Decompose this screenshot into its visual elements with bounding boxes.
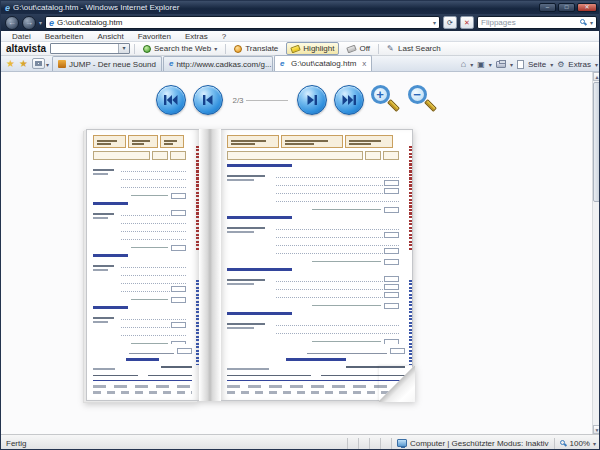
catalog-book[interactable]: [86, 129, 413, 401]
catalog-section: [93, 254, 186, 302]
scroll-down-icon[interactable]: ▼: [593, 425, 600, 434]
close-button[interactable]: ✕: [577, 3, 597, 12]
menu-favoriten[interactable]: Favoriten: [131, 32, 178, 41]
home-dropdown-icon[interactable]: ▾: [470, 61, 473, 68]
zoom-dropdown-icon[interactable]: ▾: [593, 440, 596, 447]
seite-menu[interactable]: Seite: [528, 60, 546, 69]
search-icon[interactable]: [580, 19, 587, 26]
catalog-column-header: [93, 151, 186, 160]
search-web-dropdown-icon[interactable]: ▾: [214, 45, 217, 52]
address-dropdown-icon[interactable]: ▾: [433, 19, 436, 26]
page-content: 2/3 + − ▲ ▼: [1, 72, 600, 434]
menu-bearbeiten[interactable]: Bearbeiten: [38, 32, 91, 41]
back-button[interactable]: ←: [5, 16, 19, 30]
previous-page-button[interactable]: [193, 85, 223, 115]
catalog-section: [93, 202, 186, 250]
zoom-out-button[interactable]: −: [408, 85, 438, 115]
zoom-in-button[interactable]: +: [371, 85, 401, 115]
add-favorite-icon[interactable]: ★: [17, 57, 30, 71]
page-indicator-text: 2/3: [232, 96, 243, 105]
highlight-off-button[interactable]: Off: [343, 43, 374, 54]
window-title: G:\out\catalog.htm - Windows Internet Ex…: [13, 3, 539, 12]
zoom-level-icon: [560, 440, 567, 447]
tab-cadkas[interactable]: e http://www.cadkas.com/g...: [163, 56, 273, 71]
page-icon: e: [49, 18, 54, 28]
catalog-section: [93, 164, 186, 198]
vertical-red-text: [409, 146, 412, 251]
forward-button[interactable]: →: [22, 16, 36, 30]
last-page-button[interactable]: [334, 85, 364, 115]
tab-jump[interactable]: JUMP - Der neue Sound: [52, 56, 162, 71]
tab-jump-favicon: [58, 60, 66, 68]
catalog-page-footer: [93, 346, 192, 397]
print-dropdown-icon[interactable]: ▾: [510, 61, 513, 68]
altavista-logo: altavista: [6, 43, 46, 54]
vertical-red-text: [196, 146, 199, 251]
search-input[interactable]: Flippages: [481, 18, 577, 27]
scrollbar-thumb[interactable]: [593, 82, 600, 202]
extras-gear-icon[interactable]: ⚙: [557, 60, 564, 69]
page-curl[interactable]: [379, 366, 415, 402]
search-the-web-button[interactable]: Search the Web ▾: [139, 43, 221, 54]
altavista-input-dropdown-icon[interactable]: ▾: [118, 44, 129, 53]
home-icon[interactable]: ⌂: [461, 59, 466, 69]
command-bar: ⌂▾ ▣▾ ▾ Seite▾ ⚙ Extras▾: [461, 59, 598, 71]
zoom-level-text: 100%: [570, 439, 590, 448]
catalog-left-page[interactable]: [86, 129, 199, 401]
altavista-search-input[interactable]: ▾: [50, 43, 130, 54]
title-bar: e G:\out\catalog.htm - Windows Internet …: [1, 1, 600, 14]
menu-datei[interactable]: Datei: [5, 32, 38, 41]
altavista-toolbar: altavista ▾ Search the Web ▾ Translate H…: [1, 42, 600, 56]
vertical-scrollbar[interactable]: ▲ ▼: [592, 72, 600, 434]
search-box[interactable]: Flippages ▾: [477, 16, 597, 29]
status-bar: Fertig Computer | Geschützter Modus: Ina…: [1, 434, 600, 450]
catalog-page-header: [227, 135, 399, 148]
catalog-section: [227, 164, 399, 212]
translate-button[interactable]: Translate: [230, 43, 282, 54]
catalog-right-page[interactable]: [221, 129, 413, 401]
scroll-up-icon[interactable]: ▲: [593, 72, 600, 81]
next-page-button[interactable]: [297, 85, 327, 115]
address-bar[interactable]: e G:\out\catalog.htm ▾: [45, 16, 440, 29]
catalog-section: [227, 268, 399, 308]
menu-hilfe[interactable]: ?: [215, 32, 233, 41]
extras-dropdown-icon[interactable]: ▾: [595, 61, 598, 68]
address-url[interactable]: G:\out\catalog.htm: [57, 18, 430, 27]
tab-close-icon[interactable]: x: [359, 59, 366, 68]
globe-icon: [143, 45, 151, 53]
quick-tabs-icon[interactable]: [32, 58, 45, 69]
tab-bar: ★ ★ ▾ JUMP - Der neue Sound e http://www…: [1, 56, 600, 72]
print-icon[interactable]: [496, 61, 506, 68]
last-search-button[interactable]: ✎ Last Search: [383, 43, 445, 54]
feeds-dropdown-icon[interactable]: ▾: [489, 61, 492, 68]
menu-extras[interactable]: Extras: [178, 32, 215, 41]
catalog-page-body: [93, 135, 192, 344]
highlighter-icon: [291, 44, 302, 53]
status-text: Fertig: [6, 439, 26, 448]
search-dropdown-icon[interactable]: ▾: [590, 19, 593, 26]
first-page-button[interactable]: [156, 85, 186, 115]
tab-list-dropdown-icon[interactable]: ▾: [46, 61, 49, 68]
maximize-button[interactable]: □: [558, 3, 575, 12]
security-zone-text: Computer | Geschützter Modus: Inaktiv: [410, 439, 549, 448]
stop-button[interactable]: ✕: [460, 16, 474, 29]
tab-catalog-active[interactable]: e G:\out\catalog.htm x: [274, 55, 372, 71]
book-spine: [199, 129, 221, 401]
menu-ansicht[interactable]: Ansicht: [90, 32, 130, 41]
page-indicator-line: [246, 100, 288, 101]
refresh-button[interactable]: ⟳: [443, 16, 457, 29]
highlight-button[interactable]: Highlight: [286, 42, 339, 55]
signature-row: [93, 366, 192, 376]
translate-icon: [234, 45, 242, 53]
minimize-button[interactable]: –: [539, 3, 556, 12]
seite-dropdown-icon[interactable]: ▾: [550, 61, 553, 68]
zoom-control[interactable]: 100% ▾: [560, 439, 596, 448]
history-dropdown-icon[interactable]: ▾: [39, 19, 42, 26]
tab-catalog-favicon: e: [280, 60, 288, 68]
favorites-star-icon[interactable]: ★: [4, 57, 17, 71]
ie-logo-icon: e: [5, 3, 10, 13]
feeds-icon[interactable]: ▣: [477, 60, 485, 69]
address-row: ← → ▾ e G:\out\catalog.htm ▾ ⟳ ✕ Flippag…: [1, 14, 600, 31]
page-menu-icon[interactable]: [517, 60, 524, 69]
extras-menu[interactable]: Extras: [568, 60, 591, 69]
